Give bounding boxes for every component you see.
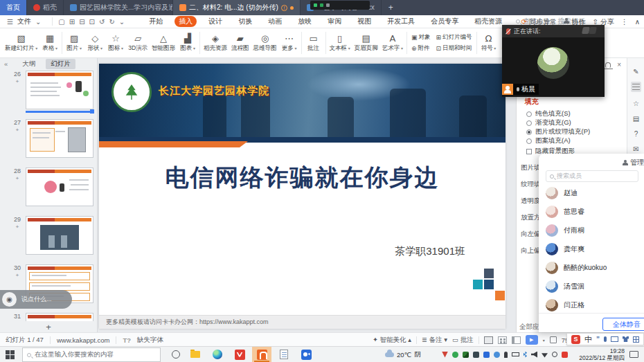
- emoji-icon[interactable]: ◉: [2, 292, 17, 307]
- slide[interactable]: 长江大学园艺园林学院 电信网络诈骗就在你身边 茶学职31901班 更多精美模板请…: [99, 64, 506, 329]
- editing-canvas[interactable]: 长江大学园艺园林学院 电信网络诈骗就在你身边 茶学职31901班 更多精美模板请…: [98, 58, 516, 332]
- tray-meeting-icon[interactable]: [483, 352, 490, 358]
- slide-thumbnail-27[interactable]: [26, 119, 93, 158]
- menu-会员专享[interactable]: 会员专享: [427, 16, 463, 27]
- ribbon-日期和时间[interactable]: ⊡日期和时间: [436, 44, 472, 53]
- ribbon-艺术字[interactable]: A艺术字 ▾: [380, 29, 405, 57]
- participant-row[interactable]: 苗思睿: [546, 206, 584, 218]
- missing-font-label[interactable]: 缺失字体: [137, 336, 163, 345]
- print-icon[interactable]: ⊟: [79, 18, 84, 26]
- fill-option-4[interactable]: 图案填充(A): [526, 136, 571, 145]
- start-button[interactable]: [6, 350, 15, 359]
- feedback-icon[interactable]: ✉: [631, 144, 641, 154]
- manage-members[interactable]: 管理成员: [622, 158, 644, 168]
- slide-subtitle[interactable]: 茶学职31901班: [395, 245, 465, 258]
- tray-volume-icon[interactable]: [531, 352, 537, 358]
- ribbon-页眉页脚[interactable]: ▤页眉页脚: [352, 29, 380, 57]
- menu-审阅[interactable]: 审阅: [323, 16, 346, 27]
- tray-sogou-icon[interactable]: [562, 352, 568, 358]
- participant-row[interactable]: 付雨桐: [546, 224, 584, 237]
- tray-mic-icon[interactable]: [504, 352, 508, 358]
- menu-视图[interactable]: 视图: [353, 16, 375, 27]
- play-caret-icon[interactable]: ▾: [543, 338, 545, 343]
- soft-keyboard-icon[interactable]: [611, 336, 618, 342]
- window-tab-3[interactable]: 园艺园林学院关...学习内容及通知: [64, 0, 173, 15]
- ribbon-稻壳资源[interactable]: ◈稻壳资源: [202, 29, 229, 57]
- more-menu-icon[interactable]: ⋮: [621, 18, 628, 26]
- tray-check-icon[interactable]: [452, 352, 458, 358]
- wps-office-icon[interactable]: [230, 347, 249, 362]
- ribbon-更多[interactable]: ⋯更多 ▾: [279, 29, 300, 57]
- ribbon-新建幻灯片[interactable]: ▧新建幻灯片 ▾: [3, 29, 39, 57]
- participant-row[interactable]: 闫正格: [546, 299, 584, 311]
- toolbox-icon[interactable]: [633, 336, 639, 343]
- preview-icon[interactable]: ⊡: [89, 18, 95, 26]
- output-icon[interactable]: ⊞: [69, 18, 75, 26]
- fit-window-icon[interactable]: [550, 336, 557, 343]
- menu-稻壳资源[interactable]: 稻壳资源: [470, 16, 506, 27]
- menu-动画[interactable]: 动画: [264, 16, 286, 27]
- mute-all-button[interactable]: 全体静音: [602, 318, 644, 331]
- fill-option-1[interactable]: 纯色填充(S): [526, 109, 571, 118]
- meeting-floating-window[interactable]: 正在讲话: 杨晨: [502, 25, 605, 97]
- window-tab-1[interactable]: 首页: [0, 0, 27, 15]
- save-icon[interactable]: ▢: [58, 18, 64, 26]
- input-mode-chinese[interactable]: 中: [584, 334, 592, 345]
- ribbon-符号[interactable]: Ω符号 ▾: [478, 29, 499, 57]
- tray-app-icon[interactable]: [494, 352, 500, 358]
- taskbar-search[interactable]: 在这里输入你要搜索的内容: [22, 347, 161, 362]
- collapse-panel-button[interactable]: «: [0, 60, 12, 68]
- ribbon-表格[interactable]: ▦表格 ▾: [39, 29, 60, 57]
- collapse-ribbon-icon[interactable]: ∧: [635, 18, 640, 26]
- window-tab-2[interactable]: 稻壳: [27, 0, 64, 15]
- star-icon[interactable]: ☆: [631, 98, 641, 109]
- document-app-icon[interactable]: [274, 347, 294, 362]
- pages-icon[interactable]: ▤: [631, 114, 641, 124]
- action-center-icon[interactable]: [629, 351, 638, 358]
- tray-battery-icon[interactable]: [512, 352, 519, 356]
- cortana-button[interactable]: [172, 350, 180, 359]
- ribbon-3D演示[interactable]: ▱3D演示: [126, 29, 150, 57]
- normal-view-icon[interactable]: [484, 336, 493, 344]
- tab-outline[interactable]: 大纲: [17, 59, 40, 69]
- participant-row[interactable]: 汤雪洄: [546, 280, 584, 293]
- tencent-meeting-icon[interactable]: [296, 347, 316, 362]
- bell-icon[interactable]: [605, 62, 611, 68]
- screen-share-indicator[interactable]: [310, 1, 370, 10]
- ribbon-对象[interactable]: ▣对象: [411, 33, 431, 42]
- new-tab-button[interactable]: +: [382, 0, 400, 15]
- menu-切换[interactable]: 切换: [234, 16, 256, 27]
- member-search-input[interactable]: 搜索成员: [546, 170, 638, 182]
- beautify-button[interactable]: ✦ 智能美化 ▴: [373, 336, 411, 345]
- more-caret-icon[interactable]: ⌄: [119, 18, 125, 26]
- sogou-logo[interactable]: S: [571, 335, 580, 344]
- redo-icon[interactable]: ↻: [109, 18, 114, 26]
- fill-option-3[interactable]: 图片或纹理填充(P): [526, 127, 590, 136]
- read-view-icon[interactable]: [512, 336, 521, 344]
- tab-slides[interactable]: 幻灯片: [46, 59, 75, 69]
- tray-gpu-icon[interactable]: [473, 352, 479, 358]
- ribbon-图片[interactable]: ▨图片 ▾: [64, 29, 84, 57]
- menu-放映[interactable]: 放映: [294, 16, 316, 27]
- sorter-view-icon[interactable]: [498, 336, 507, 344]
- slide-thumbnail-28[interactable]: [26, 168, 93, 206]
- notes-button[interactable]: ≣ 备注 ▾: [422, 336, 447, 345]
- format-brush-icon[interactable]: ✎: [631, 66, 641, 77]
- ribbon-图标[interactable]: ☆图标 ▾: [105, 29, 126, 57]
- edge-browser-icon[interactable]: [208, 347, 227, 362]
- ribbon-幻灯片编号[interactable]: ⊞幻灯片编号: [436, 33, 472, 42]
- ribbon-批注[interactable]: ▭批注: [303, 29, 324, 57]
- ribbon-附件[interactable]: ⊕附件: [411, 44, 431, 53]
- undo-icon[interactable]: ↺: [99, 18, 105, 26]
- tray-shield-icon[interactable]: [463, 352, 469, 358]
- slideshow-play-button[interactable]: ▶: [526, 335, 538, 345]
- menu-开发工具[interactable]: 开发工具: [383, 16, 419, 27]
- skin-icon[interactable]: [623, 336, 629, 342]
- ribbon-图表[interactable]: ▟图表 ▾: [177, 29, 198, 57]
- slide-thumbnail-26[interactable]: [26, 71, 93, 109]
- ribbon-智能图形[interactable]: △智能图形: [150, 29, 177, 57]
- object-properties-icon[interactable]: [631, 82, 641, 92]
- file-menu[interactable]: ☰ 文件 ⌄: [0, 17, 48, 26]
- file-explorer-icon[interactable]: [186, 347, 205, 362]
- punctuation-icon[interactable]: ”: [596, 336, 600, 343]
